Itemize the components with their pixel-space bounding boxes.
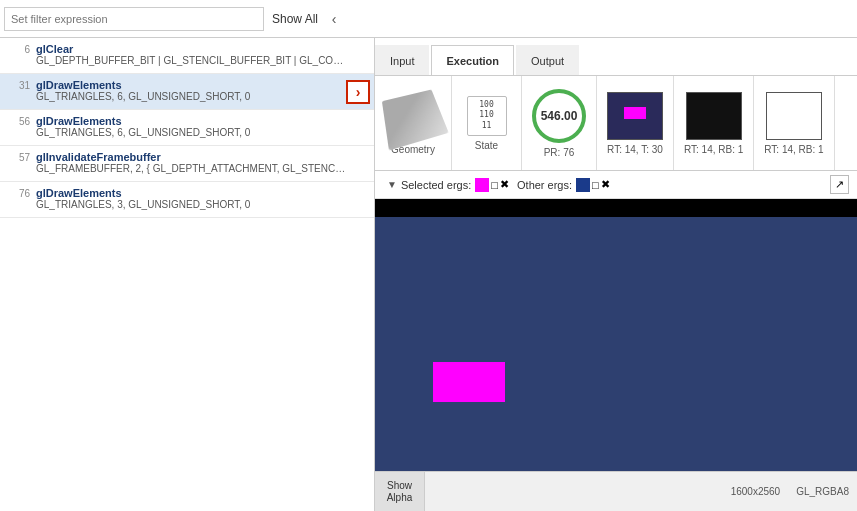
filter-input[interactable] (4, 7, 264, 31)
canvas-area (375, 199, 857, 471)
other-ergs-label: Other ergs: (517, 179, 572, 191)
call-name: glClear (36, 43, 366, 55)
call-list-item[interactable]: 6glClearGL_DEPTH_BUFFER_BIT | GL_STENCIL… (0, 38, 374, 74)
canvas-wrapper (375, 199, 857, 471)
show-alpha-button[interactable]: Show Alpha (375, 472, 425, 511)
call-line-number: 6 (8, 44, 30, 55)
bottom-bar: Show Alpha 1600x2560 GL_RGBA8 (375, 471, 857, 511)
tab-execution[interactable]: Execution (431, 45, 514, 75)
geometry-thumbnail (382, 89, 449, 150)
call-content: glInvalidateFramebufferGL_FRAMEBUFFER, 2… (36, 151, 366, 174)
call-content: glDrawElementsGL_TRIANGLES, 6, GL_UNSIGN… (36, 115, 366, 138)
call-args: GL_FRAMEBUFFER, 2, { GL_DEPTH_ATTACHMENT… (36, 163, 346, 174)
call-args: GL_TRIANGLES, 6, GL_UNSIGNED_SHORT, 0 (36, 91, 346, 102)
rt3-label: RT: 14, RB: 1 (764, 144, 823, 155)
call-content: glDrawElementsGL_TRIANGLES, 6, GL_UNSIGN… (36, 79, 366, 102)
other-erg-color (576, 178, 590, 192)
show-all-button[interactable]: Show All (272, 12, 318, 26)
state-section: 100 110 11 State (452, 76, 522, 170)
call-line-number: 56 (8, 116, 30, 127)
top-bar: Show All ‹ (0, 0, 857, 38)
call-line-number: 57 (8, 152, 30, 163)
canvas-pink-rect (433, 362, 505, 402)
call-args: GL_TRIANGLES, 3, GL_UNSIGNED_SHORT, 0 (36, 199, 346, 210)
call-arrow-button[interactable]: › (346, 80, 370, 104)
canvas-viewport (375, 217, 857, 471)
call-name: glDrawElements (36, 187, 366, 199)
geometry-section: Geometry (375, 76, 452, 170)
call-name: glDrawElements (36, 79, 366, 91)
right-panel: InputExecutionOutput Geometry 100 110 11… (375, 38, 857, 511)
call-line-number: 31 (8, 80, 30, 91)
selected-erg-color (475, 178, 489, 192)
selected-erg-cube-icon: □ (491, 179, 498, 191)
rt3-section: RT: 14, RB: 1 (754, 76, 834, 170)
bottom-info: 1600x2560 GL_RGBA8 (425, 472, 857, 511)
selected-ergs-label: Selected ergs: (401, 179, 471, 191)
left-panel: 6glClearGL_DEPTH_BUFFER_BIT | GL_STENCIL… (0, 38, 375, 511)
execution-section: 546.00 PR: 76 (522, 76, 597, 170)
call-name: glDrawElements (36, 115, 366, 127)
main-layout: 6glClearGL_DEPTH_BUFFER_BIT | GL_STENCIL… (0, 38, 857, 511)
call-list-item[interactable]: 56glDrawElementsGL_TRIANGLES, 6, GL_UNSI… (0, 110, 374, 146)
rt2-thumbnail (686, 92, 742, 140)
canvas-resolution: 1600x2560 (731, 486, 781, 497)
export-button[interactable]: ↗ (830, 175, 849, 194)
call-line-number: 76 (8, 188, 30, 199)
tabs-row: InputExecutionOutput (375, 38, 857, 76)
call-content: glDrawElementsGL_TRIANGLES, 3, GL_UNSIGN… (36, 187, 366, 210)
canvas-format: GL_RGBA8 (796, 486, 849, 497)
sub-row: ▼ Selected ergs: □ ✖ Other ergs: □ ✖ ↗ (375, 171, 857, 199)
nav-prev-button[interactable]: ‹ (322, 7, 346, 31)
call-list-item[interactable]: 31glDrawElementsGL_TRIANGLES, 6, GL_UNSI… (0, 74, 374, 110)
rt1-pink-rect (624, 107, 646, 119)
rt1-section: RT: 14, T: 30 (597, 76, 674, 170)
state-label: State (475, 140, 498, 151)
dropdown-button[interactable]: ▼ (383, 177, 401, 192)
tab-output[interactable]: Output (516, 45, 579, 75)
other-erg-cube-icon: □ (592, 179, 599, 191)
state-icon: 100 110 11 (467, 96, 507, 136)
rt3-thumbnail (766, 92, 822, 140)
selected-erg-slash-icon: ✖ (500, 178, 509, 191)
rt1-thumbnail (607, 92, 663, 140)
other-erg-slash-icon: ✖ (601, 178, 610, 191)
call-list-item[interactable]: 57glInvalidateFramebufferGL_FRAMEBUFFER,… (0, 146, 374, 182)
rt1-label: RT: 14, T: 30 (607, 144, 663, 155)
tab-input[interactable]: Input (375, 45, 429, 75)
call-content: glClearGL_DEPTH_BUFFER_BIT | GL_STENCIL_… (36, 43, 366, 66)
info-row: Geometry 100 110 11 State 546.00 PR: 76 … (375, 76, 857, 171)
rt2-section: RT: 14, RB: 1 (674, 76, 754, 170)
call-list-item[interactable]: 76glDrawElementsGL_TRIANGLES, 3, GL_UNSI… (0, 182, 374, 218)
pr-label: PR: 76 (544, 147, 575, 158)
call-args: GL_TRIANGLES, 6, GL_UNSIGNED_SHORT, 0 (36, 127, 346, 138)
call-name: glInvalidateFramebuffer (36, 151, 366, 163)
call-args: GL_DEPTH_BUFFER_BIT | GL_STENCIL_BUFFER_… (36, 55, 346, 66)
rt2-label: RT: 14, RB: 1 (684, 144, 743, 155)
execution-circle: 546.00 (532, 89, 586, 143)
